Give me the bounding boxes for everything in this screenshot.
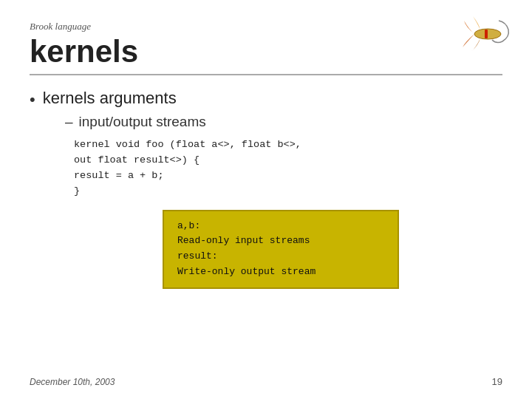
page-number: 19: [492, 376, 502, 387]
sub-dash: –: [65, 114, 73, 130]
code-line-4: }: [74, 184, 502, 200]
bullet-dot: •: [30, 90, 35, 109]
bullet-section: • kernels arguments – input/output strea…: [30, 89, 502, 289]
annotation-line-3: result:: [177, 249, 384, 265]
annotation-box: a,b: Read-only input streams result: Wri…: [163, 210, 399, 289]
svg-rect-2: [485, 30, 488, 38]
code-line-2: out float result<>) {: [74, 153, 502, 168]
slide-title: kernels: [30, 34, 502, 75]
fly-lure-decoration: [458, 13, 511, 56]
sub-bullet-streams: – input/output streams: [65, 114, 502, 130]
footer-date: December 10th, 2003: [30, 377, 115, 387]
slide-subtitle: Brook language: [30, 21, 502, 33]
annotation-line-4: Write-only output stream: [177, 265, 384, 280]
annotation-line-1: a,b:: [177, 219, 384, 234]
code-line-1: kernel void foo (float a<>, float b<>,: [74, 137, 502, 153]
slide: Brook language kernels • kernels argumen…: [0, 0, 532, 399]
bullet-label: kernels arguments: [43, 89, 177, 108]
code-line-3: result = a + b;: [74, 168, 502, 184]
bullet-item-kernels: • kernels arguments: [30, 89, 502, 109]
annotation-line-2: Read-only input streams: [177, 233, 384, 249]
code-block: kernel void foo (float a<>, float b<>, o…: [74, 137, 502, 200]
sub-bullet-label: input/output streams: [79, 114, 206, 130]
